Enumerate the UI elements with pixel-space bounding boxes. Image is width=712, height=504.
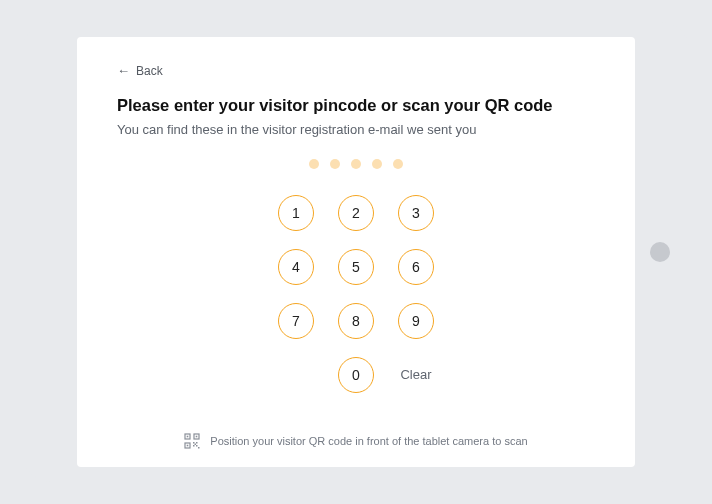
svg-rect-10 (198, 447, 200, 449)
svg-rect-1 (187, 436, 189, 438)
key-3[interactable]: 3 (398, 195, 434, 231)
svg-rect-11 (195, 444, 197, 446)
screen: ← Back Please enter your visitor pincode… (77, 37, 635, 467)
svg-rect-9 (196, 445, 198, 447)
back-button[interactable]: ← Back (117, 64, 163, 78)
qr-code-icon (184, 433, 200, 449)
key-9[interactable]: 9 (398, 303, 434, 339)
page-subtitle: You can find these in the visitor regist… (117, 122, 595, 137)
svg-rect-6 (193, 442, 195, 444)
svg-rect-5 (187, 445, 189, 447)
tablet-frame: ← Back Please enter your visitor pincode… (22, 22, 690, 482)
key-1[interactable]: 1 (278, 195, 314, 231)
key-8[interactable]: 8 (338, 303, 374, 339)
key-6[interactable]: 6 (398, 249, 434, 285)
key-7[interactable]: 7 (278, 303, 314, 339)
key-0[interactable]: 0 (338, 357, 374, 393)
arrow-left-icon: ← (117, 64, 130, 77)
page-title: Please enter your visitor pincode or sca… (117, 96, 595, 115)
pin-dot (330, 159, 340, 169)
svg-rect-8 (193, 445, 195, 447)
key-4[interactable]: 4 (278, 249, 314, 285)
svg-rect-7 (196, 442, 198, 444)
pin-dot (393, 159, 403, 169)
pin-dot (351, 159, 361, 169)
svg-rect-3 (196, 436, 198, 438)
back-label: Back (136, 64, 163, 78)
home-button[interactable] (650, 242, 670, 262)
pin-dot (372, 159, 382, 169)
footer: Position your visitor QR code in front o… (77, 433, 635, 449)
key-2[interactable]: 2 (338, 195, 374, 231)
clear-button[interactable]: Clear (398, 357, 434, 393)
key-5[interactable]: 5 (338, 249, 374, 285)
pin-indicator (117, 159, 595, 169)
footer-text: Position your visitor QR code in front o… (210, 435, 527, 447)
pin-dot (309, 159, 319, 169)
keypad: 1 2 3 4 5 6 7 8 9 0 Clear (117, 195, 595, 393)
